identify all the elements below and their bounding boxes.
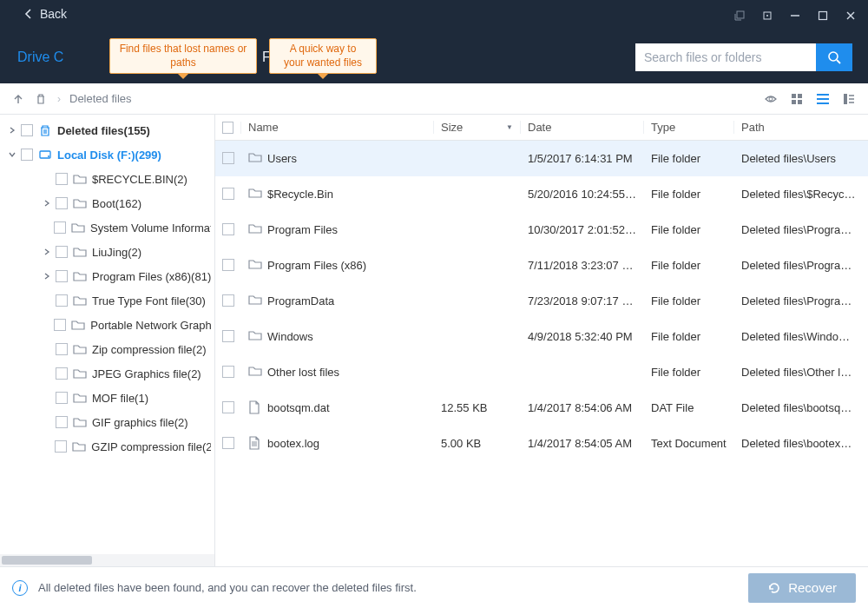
column-type[interactable]: Type [644,121,734,134]
tree-item[interactable]: Deleted files(155) [0,118,214,142]
file-size: 12.55 KB [434,401,521,414]
tree-checkbox[interactable] [56,392,68,404]
file-row[interactable]: Program Files (x86)7/11/2018 3:23:07 …Fi… [215,248,868,283]
tree-item[interactable]: $RECYCLE.BIN(2) [0,167,214,191]
tree-checkbox[interactable] [56,416,68,428]
row-checkbox[interactable] [222,401,234,413]
row-checkbox[interactable] [222,437,234,449]
window-restore-icon[interactable] [753,3,781,28]
row-checkbox[interactable] [222,330,234,342]
tree-checkbox[interactable] [56,294,68,307]
file-row[interactable]: Windows4/9/2018 5:32:40 PMFile folderDel… [215,319,868,354]
titlebar: Back [0,0,868,31]
row-checkbox[interactable] [222,366,234,378]
tree-checkbox[interactable] [21,149,33,161]
tree-checkbox[interactable] [56,367,68,380]
window-minimize-icon[interactable] [781,3,809,28]
tree-item[interactable]: GZIP compression file(2) [0,434,214,459]
file-row[interactable]: Program Files10/30/2017 2:01:52…File fol… [215,212,868,248]
window-maximize-icon[interactable] [809,3,837,28]
row-checkbox[interactable] [222,259,234,271]
tree-item[interactable]: System Volume Information [0,215,214,240]
row-checkbox[interactable] [222,188,234,200]
tree-checkbox[interactable] [54,319,66,331]
file-row[interactable]: Other lost filesFile folderDeleted files… [215,354,868,390]
row-checkbox[interactable] [222,152,234,164]
tree-item[interactable]: LiuJing(2) [0,240,214,264]
tree-item[interactable]: Local Disk (F:)(299) [0,142,214,167]
file-row[interactable]: ProgramData7/23/2018 9:07:17 …File folde… [215,283,868,319]
info-icon: i [12,580,28,596]
tree-expander-icon[interactable] [40,200,54,207]
file-lines-icon [248,436,262,450]
file-type: File folder [644,366,734,379]
search-button[interactable] [816,43,852,71]
trash-toolbar-icon[interactable] [33,91,49,107]
column-path[interactable]: Path [734,121,868,134]
tree-checkbox[interactable] [54,221,66,234]
view-preview-icon[interactable] [762,90,779,108]
back-button[interactable]: Back [24,7,67,21]
window-close-icon[interactable] [837,3,865,28]
tree-expander-icon[interactable] [40,273,54,280]
tree-checkbox[interactable] [21,124,33,136]
tree-item[interactable]: GIF graphics file(2) [0,410,214,434]
column-size[interactable]: Size▼ [434,121,521,134]
column-name[interactable]: Name [241,121,434,134]
file-size: 5.00 KB [434,437,521,450]
view-detail-icon[interactable] [840,90,858,108]
file-type: File folder [644,330,734,343]
file-row[interactable]: bootsqm.dat12.55 KB1/4/2017 8:54:06 AMDA… [215,390,868,426]
recover-button[interactable]: Recover [748,573,856,603]
folder-icon [248,151,262,165]
svg-point-9 [769,97,773,101]
view-list-icon[interactable] [814,90,832,108]
tree-item-label: System Volume Information [90,221,211,235]
folder-icon [73,415,87,429]
back-label: Back [40,7,67,21]
tree-expander-icon[interactable] [5,151,19,158]
tab-drive[interactable]: Drive C [0,31,98,83]
file-row[interactable]: $Recycle.Bin5/20/2016 10:24:55…File fold… [215,176,868,212]
tree-checkbox[interactable] [56,246,68,258]
tree-item[interactable]: JPEG Graphics file(2) [0,361,214,386]
select-all-checkbox[interactable] [215,122,241,134]
tree-item[interactable]: True Type Font file(30) [0,288,214,313]
window-settings-icon[interactable] [726,3,753,28]
file-type: File folder [644,259,734,272]
search-input[interactable] [635,43,816,71]
file-path: Deleted files\Other l… [734,366,868,379]
folder-icon [72,439,86,453]
column-date[interactable]: Date [521,121,644,134]
tooltip-extra-files: Find files that lost names or paths [109,38,257,74]
tree-checkbox[interactable] [56,343,68,355]
tree-item[interactable]: Zip compression file(2) [0,337,214,361]
row-checkbox[interactable] [222,223,234,235]
tree-checkbox[interactable] [55,440,67,453]
tree-expander-icon[interactable] [5,127,19,134]
tree-item-label: Deleted files(155) [57,124,150,137]
tree-item-label: True Type Font file(30) [92,294,206,307]
tree-expander-icon[interactable] [40,248,54,255]
file-type: File folder [644,152,734,165]
tree-checkbox[interactable] [56,270,68,282]
file-date: 4/9/2018 5:32:40 PM [521,330,644,343]
file-row[interactable]: bootex.log5.00 KB1/4/2017 8:54:05 AMText… [215,426,868,461]
file-name: ProgramData [267,294,334,307]
file-path: Deleted files\bootex… [734,437,868,450]
tree-item[interactable]: Boot(162) [0,191,214,215]
row-checkbox[interactable] [222,294,234,307]
tree-item[interactable]: Program Files (x86)(81) [0,264,214,288]
tree-item[interactable]: MOF file(1) [0,386,214,410]
tree-item[interactable]: Portable Network Graphics [0,313,214,337]
nav-up-icon[interactable] [10,91,26,107]
breadcrumb-current[interactable]: Deleted files [69,92,132,105]
tree-checkbox[interactable] [56,197,68,209]
breadcrumb-bar: › Deleted files [0,83,868,115]
sidebar-scrollbar[interactable] [0,554,214,566]
folder-icon [248,222,262,236]
tree-checkbox[interactable] [56,173,68,185]
search-icon [827,50,841,64]
file-row[interactable]: Users1/5/2017 6:14:31 PMFile folderDelet… [215,141,868,176]
view-grid-icon[interactable] [788,90,806,108]
